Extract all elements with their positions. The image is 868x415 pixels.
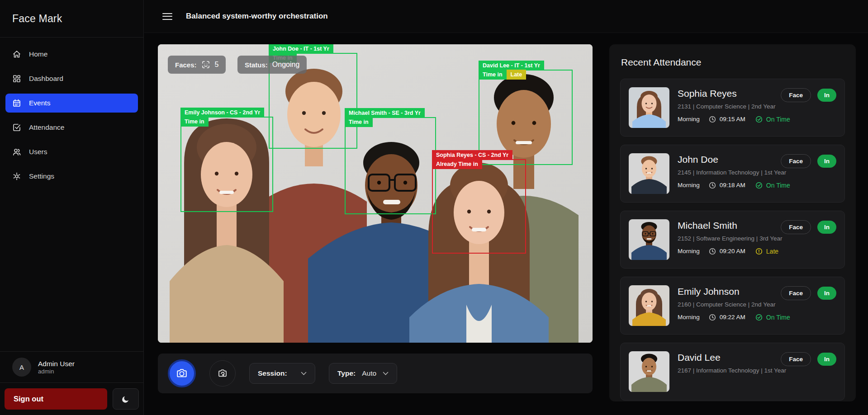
student-name: Emily Johnson	[678, 286, 790, 297]
user-role: admin	[38, 368, 75, 375]
attendance-detail-row: Morning 09:18 AM On Time	[678, 182, 790, 189]
card-badges: Face In	[781, 154, 836, 168]
signout-row: Sign out	[0, 382, 143, 415]
detection-name-tag: John Doe - IT - 1st Yr	[269, 44, 333, 54]
session-name: Morning	[678, 116, 700, 123]
camera-controls-bar: Session: Type: Auto	[158, 354, 593, 393]
time-in-value: 09:22 AM	[720, 314, 745, 321]
type-select-value: Auto	[362, 369, 376, 377]
gear-icon	[12, 172, 21, 181]
detection-result-tag: Time in	[180, 117, 209, 127]
sidebar-item-users[interactable]: Users	[5, 142, 138, 161]
direction-badge: In	[817, 353, 836, 366]
top-header: Balanced system-worthy orchestration	[144, 0, 868, 33]
capture-button[interactable]	[168, 359, 196, 387]
method-badge: Face	[781, 88, 811, 102]
page-title: Balanced system-worthy orchestration	[186, 12, 328, 21]
hamburger-menu-icon[interactable]	[162, 13, 172, 20]
status-text: Late	[766, 248, 778, 255]
signout-button[interactable]: Sign out	[5, 388, 107, 410]
check-circle-icon	[755, 182, 763, 189]
sidebar-item-events[interactable]: Events	[5, 94, 138, 113]
detection-name-tag: Michael Smith - SE - 3rd Yr	[345, 108, 425, 118]
direction-badge: In	[817, 221, 836, 234]
student-name: David Lee	[678, 352, 786, 363]
student-photo	[629, 87, 669, 128]
method-badge: Face	[781, 220, 811, 234]
student-meta: 2167 | Information Technology | 1st Year	[678, 366, 786, 375]
panel-title: Recent Attendance	[621, 57, 845, 68]
method-badge: Face	[781, 286, 811, 300]
time-in-value: 09:18 AM	[720, 182, 745, 189]
card-badges: Face In	[781, 88, 836, 102]
attendance-detail-row: Morning 09:22 AM On Time	[678, 314, 790, 321]
student-meta: 2131 | Computer Science | 2nd Year	[678, 102, 790, 111]
method-badge: Face	[781, 154, 811, 168]
sidebar-item-home[interactable]: Home	[5, 45, 138, 64]
student-meta: 2152 | Software Engineering | 3rd Year	[678, 234, 782, 243]
camera-icon	[176, 368, 188, 379]
clock-icon	[709, 248, 716, 255]
status-badge: Status: Ongoing	[237, 56, 307, 74]
attendance-card: John Doe 2145 | Information Technology |…	[620, 145, 845, 203]
detection-late-tag: Late	[507, 70, 526, 80]
student-name: Sophia Reyes	[678, 88, 790, 99]
camera-flip-icon	[217, 368, 228, 379]
card-badges: Face In	[781, 352, 836, 366]
status-indicator: On Time	[755, 182, 790, 189]
clock-icon	[709, 116, 716, 123]
direction-badge: In	[817, 287, 836, 300]
theme-toggle-button[interactable]	[113, 388, 139, 410]
faces-label: Faces:	[175, 61, 197, 69]
session-name: Morning	[678, 248, 700, 255]
camera-feed: Emily Johnson - CS - 2nd Yr Time in John…	[158, 44, 593, 343]
method-badge: Face	[781, 352, 811, 366]
face-detection-box: Emily Johnson - CS - 2nd Yr Time in	[180, 117, 273, 212]
attendance-card: David Lee 2167 | Information Technology …	[620, 343, 845, 401]
sidebar-item-settings[interactable]: Settings	[5, 167, 138, 186]
detection-result-tag: Time in	[345, 117, 373, 127]
direction-badge: In	[817, 89, 836, 102]
card-badges: Face In	[781, 220, 836, 234]
status-text: On Time	[766, 182, 790, 189]
status-indicator: On Time	[755, 116, 790, 123]
attendance-card: Emily Johnson 2160 | Computer Science | …	[620, 277, 845, 335]
session-name: Morning	[678, 314, 700, 321]
attendance-detail-row: Morning 09:15 AM On Time	[678, 116, 790, 123]
faces-count: 5	[215, 61, 219, 69]
sidebar-item-dashboard[interactable]: Dashboard	[5, 69, 138, 88]
switch-camera-button[interactable]	[209, 360, 236, 387]
sidebar-item-label: Users	[29, 148, 47, 156]
sidebar: Face Mark Home Dashboard Events Attendan…	[0, 0, 144, 415]
alert-circle-icon	[755, 248, 763, 255]
status-text: On Time	[766, 314, 790, 321]
check-circle-icon	[755, 116, 763, 123]
sidebar-item-label: Events	[29, 99, 50, 107]
face-scan-icon	[201, 60, 210, 69]
check-circle-icon	[755, 314, 763, 321]
sidebar-item-label: Attendance	[29, 123, 64, 132]
status-label: Status:	[245, 61, 268, 69]
calendar-icon	[12, 99, 21, 108]
user-row: A Admin User admin	[0, 351, 143, 382]
sidebar-nav: Home Dashboard Events Attendance Users S…	[0, 38, 143, 198]
session-select[interactable]: Session:	[249, 363, 315, 384]
check-square-icon	[12, 123, 21, 132]
student-photo	[629, 351, 669, 392]
detection-name-tag: Sophia Reyes - CS - 2nd Yr	[432, 150, 512, 160]
moon-icon	[122, 395, 130, 403]
home-icon	[12, 50, 21, 59]
user-name: Admin User	[38, 359, 75, 368]
student-meta: 2160 | Computer Science | 2nd Year	[678, 300, 790, 309]
sidebar-item-attendance[interactable]: Attendance	[5, 118, 138, 137]
face-detection-box: Michael Smith - SE - 3rd Yr Time in	[345, 117, 436, 214]
detection-result-tag: Time in	[479, 70, 507, 80]
chevron-down-icon	[383, 372, 389, 376]
detection-result-tag: Already Time in	[432, 159, 482, 169]
detection-name-tag: Emily Johnson - CS - 2nd Yr	[180, 108, 264, 118]
sidebar-item-label: Dashboard	[29, 75, 63, 83]
time-in-value: 09:15 AM	[720, 116, 745, 123]
type-select[interactable]: Type: Auto	[329, 363, 397, 384]
sidebar-item-label: Home	[29, 50, 47, 58]
student-meta: 2145 | Information Technology | 1st Year	[678, 168, 790, 177]
